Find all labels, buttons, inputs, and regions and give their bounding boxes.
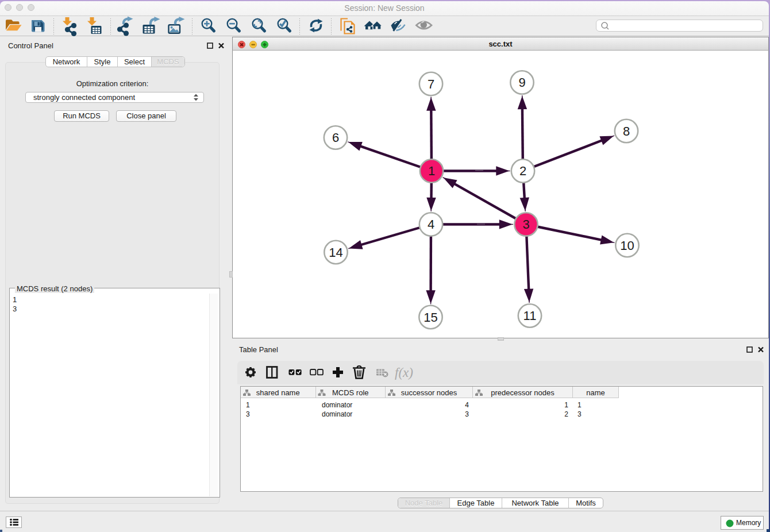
svg-text:11: 11 bbox=[523, 309, 537, 323]
svg-text:6: 6 bbox=[332, 130, 339, 145]
svg-text:15: 15 bbox=[424, 310, 437, 325]
svg-text:14: 14 bbox=[329, 245, 342, 260]
svg-text:7: 7 bbox=[428, 77, 434, 91]
svg-text:4: 4 bbox=[428, 217, 434, 232]
svg-text:2: 2 bbox=[519, 164, 526, 178]
svg-text:10: 10 bbox=[620, 238, 634, 253]
svg-text:3: 3 bbox=[522, 217, 529, 232]
svg-text:9: 9 bbox=[518, 75, 525, 90]
svg-text:8: 8 bbox=[623, 124, 630, 138]
svg-text:f(x): f(x) bbox=[395, 365, 413, 380]
svg-text:1: 1 bbox=[428, 164, 435, 178]
